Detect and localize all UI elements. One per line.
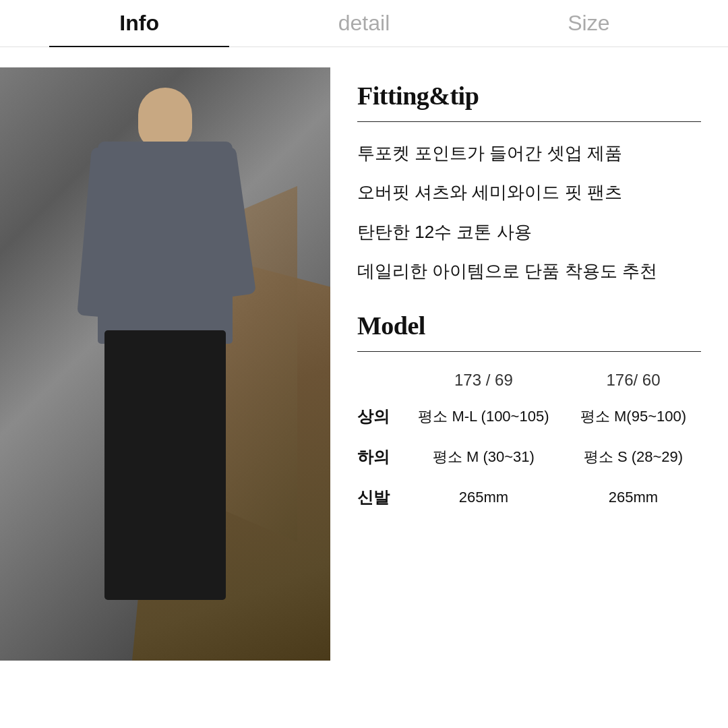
model-table: 173 / 69 176/ 60 상의 평소 M-L (100~105) 평소 …	[357, 371, 701, 518]
row-col1-top: 평소 M-L (100~105)	[402, 396, 566, 437]
col-header-2: 176/ 60	[566, 371, 701, 396]
col-header-0	[357, 371, 402, 396]
fitting-divider	[357, 121, 701, 122]
product-image	[0, 67, 330, 661]
fitting-title: Fitting&tip	[357, 81, 701, 111]
model-row-top: 상의 평소 M-L (100~105) 평소 M(95~100)	[357, 396, 701, 437]
row-col2-bottom: 평소 S (28~29)	[566, 437, 701, 477]
tab-detail[interactable]: detail	[251, 0, 476, 47]
row-label-bottom: 하의	[357, 437, 402, 477]
model-header-row: 173 / 69 176/ 60	[357, 371, 701, 396]
model-row-bottom: 하의 평소 M (30~31) 평소 S (28~29)	[357, 437, 701, 477]
model-row-shoes: 신발 265mm 265mm	[357, 477, 701, 518]
tip-3: 탄탄한 12수 코톤 사용	[357, 220, 701, 244]
row-label-shoes: 신발	[357, 477, 402, 518]
tab-info[interactable]: Info	[27, 0, 251, 47]
row-col1-shoes: 265mm	[402, 477, 566, 518]
tip-4: 데일리한 아이템으로 단품 착용도 추천	[357, 259, 701, 283]
fitting-tips-section: Fitting&tip 투포켓 포인트가 들어간 셋업 제품 오버핏 셔츠와 세…	[357, 81, 701, 284]
model-divider	[357, 351, 701, 352]
image-section	[0, 67, 330, 728]
col-header-1: 173 / 69	[402, 371, 566, 396]
tip-1: 투포켓 포인트가 들어간 셋업 제품	[357, 141, 701, 165]
tab-bar: Info detail Size	[0, 0, 728, 47]
tip-2: 오버핏 셔츠와 세미와이드 핏 팬츠	[357, 180, 701, 204]
row-label-top: 상의	[357, 396, 402, 437]
row-col2-shoes: 265mm	[566, 477, 701, 518]
model-figure	[78, 88, 253, 640]
model-title: Model	[357, 311, 701, 340]
model-section: Model 173 / 69 176/ 60 상의 평소 M-L (100~10…	[357, 311, 701, 518]
info-section: Fitting&tip 투포켓 포인트가 들어간 셋업 제품 오버핏 셔츠와 세…	[330, 67, 728, 728]
content-area: Fitting&tip 투포켓 포인트가 들어간 셋업 제품 오버핏 셔츠와 세…	[0, 47, 728, 728]
row-col2-top: 평소 M(95~100)	[566, 396, 701, 437]
tab-size[interactable]: Size	[477, 0, 701, 47]
row-col1-bottom: 평소 M (30~31)	[402, 437, 566, 477]
